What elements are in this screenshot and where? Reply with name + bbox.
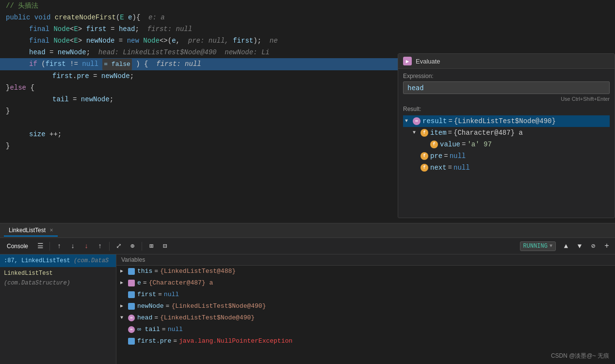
expand-icon-this: ▶ [120,267,128,276]
var-row-tail[interactable]: ∞ ∞ tail = null [116,324,615,335]
run-to-cursor-button[interactable]: ↑ [95,241,105,252]
var-icon-tail: ∞ [128,326,135,333]
code-line-3: final Node<E> newNode = new Node<>(e, pr… [0,35,398,47]
csdn-watermark: CSDN @淡墨@~ 无痕 [551,352,609,360]
evaluate-panel: ▶ Evaluate Expression: head Use Ctrl+Shi… [398,53,615,218]
code-line-6: first.pre = newNode; [0,70,398,82]
running-badge[interactable]: RUNNING ▼ [520,241,556,251]
debug-main: :87, LinkedListTest (com.DataS LinkedLis… [0,254,615,364]
tree-icon-inf-root: ∞ [413,117,421,125]
tree-arrow-root: ▼ [405,116,413,126]
code-line-2: final Node<E> first = head; first: null [0,23,398,35]
var-icon-newnode [128,303,135,310]
tree-row-root[interactable]: ▼ ∞ result = {LinkedListTest$Node@490} [403,115,610,127]
var-row-first-pre[interactable]: first.pre = java.lang.NullPointerExcepti… [116,335,615,347]
step-over-button[interactable]: ↑ [54,241,65,252]
menu-button[interactable]: ☰ [35,241,46,252]
code-line-7: }else { [0,82,398,94]
running-chevron-icon: ▼ [550,243,552,249]
filter2-button[interactable]: ⊘ [588,241,599,252]
var-row-this[interactable]: ▶ this = {LinkedListTest@488} [116,266,615,277]
tree-row-pre[interactable]: f pre = null [403,150,610,162]
code-line-9: } [0,105,398,117]
tree-icon-f-item: f [421,129,428,137]
evaluate-body: Expression: head Use Ctrl+Shift+Enter Re… [398,69,615,218]
tree-row-value[interactable]: f value = 'a' 97 [403,139,610,150]
filter-button[interactable]: ⊕ [127,241,138,252]
tree-row-next[interactable]: f next = null [403,162,610,174]
var-row-newnode[interactable]: ▶ newNode = {LinkedListTest$Node@490} [116,301,615,312]
tab-close-icon[interactable]: × [49,227,53,234]
code-line-11: } [0,140,398,152]
var-icon-e [128,280,135,286]
expand-icon-newnode: ▶ [120,301,128,311]
code-line-blank [0,117,398,128]
toolbar-sep-2 [109,242,110,251]
editor-area: // 头插法 public void createNodeFirst(E e){… [0,0,398,223]
tab-linkedlisttest[interactable]: LinkedListTest × [4,225,58,237]
var-row-first[interactable]: first = null [116,289,615,301]
tab-label: LinkedListTest [9,227,46,234]
code-line-5: if (first != null = false ) { first: nul… [0,58,398,70]
frame-item-1[interactable]: LinkedListTest (com.DataStructure) [0,267,116,289]
toolbar-sep-1 [49,242,50,251]
console-label[interactable]: Console [3,242,32,251]
evaluate-header: ▶ Evaluate [398,54,615,69]
var-icon-this [128,268,135,275]
tree-row-item[interactable]: ▼ f item = {Character@487} a [403,127,610,139]
tree-arrow-item: ▼ [413,128,421,138]
evaluate-title: Evaluate [416,58,440,65]
scroll-up-button[interactable]: ▲ [561,241,571,252]
evaluate-hint: Use Ctrl+Shift+Enter [403,96,610,102]
variables-header: Variables [116,254,615,266]
frame-item-0[interactable]: :87, LinkedListTest (com.DataS [0,254,116,267]
tree-icon-f-pre: f [421,152,428,160]
debug-toolbar: Console ☰ ↑ ↓ ↓ ↑ ⤢ ⊕ ⊞ ⊟ RUNNING ▼ ▲ ▼ … [0,238,615,254]
code-line-10: size ++; [0,128,398,140]
result-label: Result: [403,106,610,112]
expand-icon-head: ▼ [120,313,128,323]
step-into-button[interactable]: ↓ [67,241,78,252]
table-button[interactable]: ⊞ [146,241,157,252]
scroll-down-button[interactable]: ▼ [574,241,585,252]
add-button[interactable]: + [601,241,612,252]
frames-panel: :87, LinkedListTest (com.DataS LinkedLis… [0,254,116,364]
tree-icon-f-value: f [430,141,438,148]
expand-icon-e: ▶ [120,278,128,288]
evaluate-tree: ▼ ∞ result = {LinkedListTest$Node@490} ▼… [403,115,610,214]
code-line-4: head = newNode; head: LinkedListTest$Nod… [0,47,398,58]
var-icon-first-pre [128,338,135,345]
var-icon-head: ∞ [128,315,135,321]
variables-panel: Variables ▶ this = {LinkedListTest@488} … [116,254,615,364]
code-line-comment: // 头插法 [0,0,398,12]
expression-label: Expression: [403,73,610,79]
tree-icon-f-next: f [421,164,428,172]
layout-button[interactable]: ⊟ [160,241,170,252]
var-row-e[interactable]: ▶ e = {Character@487} a [116,277,615,289]
step-out-button[interactable]: ↓ [81,241,92,252]
var-icon-first [128,291,135,298]
expression-input[interactable]: head [403,81,610,94]
evaluate-button[interactable]: ⤢ [113,241,124,252]
var-row-head[interactable]: ▼ ∞ head = {LinkedListTest$Node@490} [116,312,615,324]
running-label: RUNNING [523,243,548,250]
evaluate-icon: ▶ [403,57,412,65]
toolbar-sep-3 [142,242,142,251]
code-line-8: tail = newNode; [0,94,398,105]
bottom-panel: LinkedListTest × Console ☰ ↑ ↓ ↓ ↑ ⤢ ⊕ ⊞… [0,223,615,364]
tab-bar: LinkedListTest × [0,223,615,238]
code-line-1: public void createNodeFirst(E e){ e: a [0,12,398,23]
